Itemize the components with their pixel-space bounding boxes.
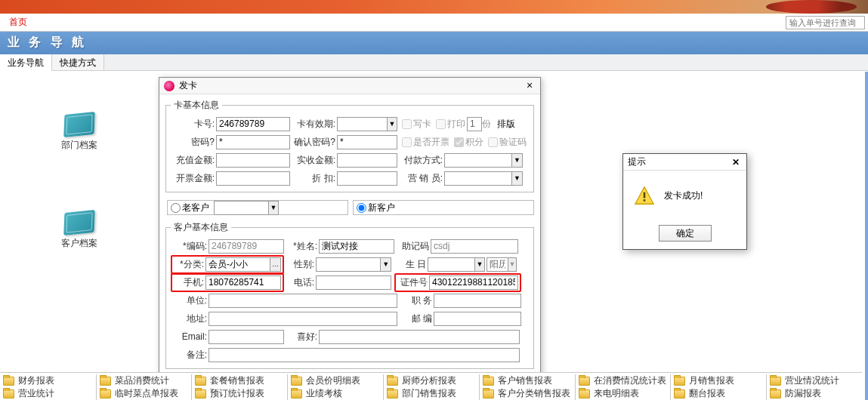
recharge-amt-label: 充值金额:	[171, 154, 215, 167]
points-checkbox	[454, 137, 464, 147]
old-customer-combo[interactable]: ▼	[214, 201, 279, 215]
old-customer-input[interactable]	[215, 202, 267, 214]
layout-link[interactable]: 排版	[497, 118, 515, 131]
new-customer-radio[interactable]	[357, 203, 366, 213]
home-tab[interactable]: 首页	[3, 14, 33, 30]
category-input[interactable]	[206, 258, 270, 271]
folder-item[interactable]: 客户分类销售报表	[479, 387, 575, 400]
dialog-titlebar[interactable]: 发卡 ×	[159, 78, 540, 94]
close-icon[interactable]: ✕	[730, 157, 742, 168]
gender-input[interactable]	[317, 258, 380, 271]
invoice-checkbox	[402, 137, 412, 147]
search-input[interactable]	[786, 16, 865, 29]
password-input[interactable]	[216, 135, 290, 149]
mobile-input[interactable]	[205, 275, 281, 290]
pay-method-combo[interactable]: ▼	[444, 153, 523, 168]
gender-combo[interactable]: ▼	[316, 257, 391, 272]
folder-item[interactable]: 营业情况统计	[766, 374, 862, 387]
folder-icon	[100, 377, 111, 386]
folder-label: 临时菜点单报表	[115, 387, 178, 400]
folder-label: 套餐销售报表	[210, 374, 264, 387]
card-no-input[interactable]	[216, 117, 290, 131]
dialog-app-icon	[164, 81, 175, 91]
pay-method-input[interactable]	[445, 154, 511, 167]
phone-input[interactable]	[316, 275, 391, 290]
section-title: 业 务 导 航	[0, 32, 868, 54]
folder-item[interactable]: 客户销售报表	[479, 374, 575, 387]
hobby-input[interactable]	[319, 330, 520, 344]
email-input[interactable]	[209, 330, 284, 344]
ellipsis-icon[interactable]: …	[270, 258, 280, 271]
dialog-title-text: 发卡	[179, 79, 197, 92]
close-icon[interactable]: ×	[524, 80, 536, 92]
card-info-legend: 卡基本信息	[171, 99, 222, 112]
unit-label: 单位:	[171, 294, 207, 307]
name-input[interactable]	[319, 239, 394, 254]
remark-label: 备注:	[171, 349, 207, 362]
folder-item[interactable]: 业绩考核	[287, 387, 383, 400]
folder-label: 翻台报表	[689, 387, 725, 400]
folder-label: 业绩考核	[306, 387, 342, 400]
folder-label: 营业情况统计	[785, 374, 839, 387]
zip-input[interactable]	[434, 312, 521, 326]
recharge-amt-input[interactable]	[216, 153, 290, 168]
folder-item[interactable]: 来电明细表	[575, 387, 671, 400]
expiry-input[interactable]	[338, 118, 387, 131]
chevron-down-icon[interactable]: ▼	[380, 258, 391, 271]
sales-combo[interactable]: ▼	[444, 171, 523, 186]
highlight-id-no: 证件号	[394, 273, 521, 292]
folder-item[interactable]: 菜品消费统计	[96, 374, 192, 387]
chevron-down-icon[interactable]: ▼	[511, 172, 522, 185]
message-ok-button[interactable]: 确定	[659, 225, 712, 242]
folder-item[interactable]: 临时菜点单报表	[96, 387, 192, 400]
remark-input[interactable]	[209, 348, 520, 362]
folder-label: 月销售报表	[689, 374, 734, 387]
folder-label: 财务报表	[18, 374, 54, 387]
tab-biz-nav[interactable]: 业务导航	[0, 54, 52, 71]
new-customer-option[interactable]: 新客户	[353, 200, 534, 215]
id-no-input[interactable]	[429, 275, 518, 290]
folder-label: 部门销售报表	[402, 387, 456, 400]
chevron-down-icon[interactable]: ▼	[511, 154, 522, 167]
chevron-down-icon[interactable]: ▼	[387, 118, 397, 131]
folder-item[interactable]: 月销售报表	[670, 374, 766, 387]
desktop-icon-cust-file[interactable]: 客户档案	[53, 211, 106, 250]
folder-icon	[674, 377, 685, 386]
chevron-down-icon[interactable]: ▼	[474, 258, 484, 271]
address-input[interactable]	[209, 312, 397, 326]
position-input[interactable]	[434, 294, 521, 308]
folder-icon	[291, 377, 302, 386]
tab-shortcuts[interactable]: 快捷方式	[52, 54, 104, 70]
folder-item[interactable]: 厨师分析报表	[383, 374, 479, 387]
folder-item[interactable]: 预订统计报表	[191, 387, 287, 400]
category-combo[interactable]: …	[205, 257, 281, 272]
svg-rect-1	[644, 192, 646, 198]
folder-icon	[195, 389, 206, 398]
folder-item[interactable]: 套餐销售报表	[191, 374, 287, 387]
old-customer-radio[interactable]	[171, 203, 181, 213]
chevron-down-icon[interactable]: ▼	[268, 202, 278, 214]
folder-item[interactable]: 财务报表	[0, 374, 96, 387]
sales-input[interactable]	[445, 172, 511, 185]
folder-item[interactable]: 营业统计	[0, 387, 96, 400]
actual-amt-input[interactable]	[337, 153, 397, 168]
invoice-amt-input[interactable]	[216, 171, 290, 186]
discount-input[interactable]	[337, 171, 397, 186]
confirm-pwd-label: 确认密码?	[292, 136, 335, 149]
message-titlebar[interactable]: 提示 ✕	[623, 154, 746, 171]
folder-item[interactable]: 部门销售报表	[383, 387, 479, 400]
folder-item[interactable]: 在消费情况统计表	[575, 374, 671, 387]
expiry-combo[interactable]: ▼	[337, 117, 397, 131]
book-icon	[63, 210, 94, 235]
desktop-icon-dept-file[interactable]: 部门档案	[53, 113, 106, 152]
folder-item[interactable]: 翻台报表	[670, 387, 766, 400]
old-customer-option[interactable]: 老客户 ▼	[167, 200, 348, 215]
folder-item[interactable]: 防漏报表	[766, 387, 862, 400]
birthday-input[interactable]	[428, 258, 474, 271]
confirm-pwd-input[interactable]	[337, 135, 397, 149]
folder-item[interactable]: 会员价明细表	[287, 374, 383, 387]
birthday-combo[interactable]: ▼	[428, 257, 485, 272]
folder-icon	[483, 377, 494, 386]
desktop-icon-label: 部门档案	[53, 139, 106, 152]
unit-input[interactable]	[209, 294, 397, 308]
